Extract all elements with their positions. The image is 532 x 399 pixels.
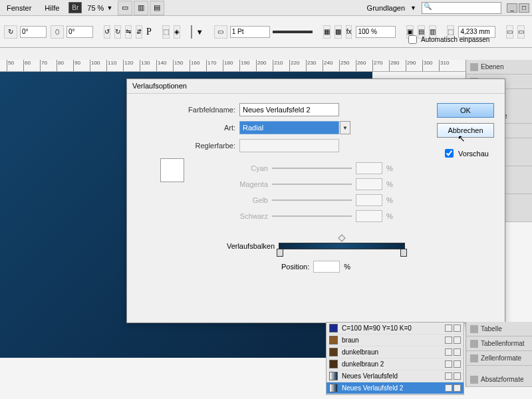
bridge-badge[interactable]: Br xyxy=(68,2,82,13)
rotation-2[interactable] xyxy=(66,26,93,38)
auto-fit-checkbox[interactable] xyxy=(408,35,417,44)
control-toolbar: ↻ ⬯ ↺ ↻ ⇋ ⇵ P ⬚ ◈ ▼ ▭ ▦ ▩ fx ▣ ▤ ▥ ⬚ ▭ ▭… xyxy=(0,16,532,48)
select-art[interactable]: Radial ▼ xyxy=(239,121,339,134)
ruler-tick: 90 xyxy=(73,60,80,72)
fx-icon-1[interactable]: ▦ xyxy=(323,25,331,39)
preview-checkbox[interactable] xyxy=(445,149,454,158)
swatch-row[interactable]: dunkelbraun xyxy=(327,346,464,358)
ok-button[interactable]: OK xyxy=(437,103,494,118)
flip-v-icon[interactable]: ⇵ xyxy=(136,25,142,39)
slider-magenta[interactable] xyxy=(272,184,352,185)
stroke-weight[interactable] xyxy=(230,26,270,38)
swatch-name: Neues Verlaufsfeld 2 xyxy=(342,384,403,392)
swatch-row[interactable]: braun xyxy=(327,334,464,346)
chevron-down-icon[interactable]: ▼ xyxy=(340,121,350,134)
panel-tabelle[interactable]: Tabelle xyxy=(466,322,532,336)
flip-h-icon[interactable]: ⇋ xyxy=(125,25,132,39)
ruler-tick: 240 xyxy=(323,60,332,72)
shear-icon[interactable]: ⬯ xyxy=(51,25,64,39)
select-content-icon[interactable]: ◈ xyxy=(174,25,180,39)
ruler-tick: 120 xyxy=(123,60,133,72)
ruler-tick: 100 xyxy=(90,60,100,72)
rotate-icon[interactable]: ↻ xyxy=(4,25,17,39)
gradient-stop-left[interactable] xyxy=(277,249,283,257)
stop-color-preview[interactable] xyxy=(160,158,184,182)
fill-swatch[interactable] xyxy=(191,25,192,39)
ruler-tick: 200 xyxy=(256,60,266,72)
menu-fenster[interactable]: Fenster xyxy=(3,3,35,13)
swatch-type-icon xyxy=(445,372,452,380)
swatch-row[interactable]: C=100 M=90 Y=10 K=0 xyxy=(327,323,464,334)
swatch-color xyxy=(329,360,338,368)
label-verlaufsbalken: Verlaufsbalken xyxy=(227,242,275,250)
input-farbfeldname[interactable] xyxy=(239,103,339,116)
value-magenta[interactable] xyxy=(356,178,382,190)
swatch-row[interactable]: Neues Verlaufsfeld 2 xyxy=(327,382,464,394)
label-reglerfarbe: Reglerfarbe: xyxy=(136,142,239,150)
align-icon-1[interactable]: ▭ xyxy=(506,25,513,39)
stroke-icon[interactable]: ▭ xyxy=(214,25,227,39)
swatch-mode-icon xyxy=(454,372,461,380)
value-cyan[interactable] xyxy=(356,162,382,174)
slider-schwarz[interactable] xyxy=(272,215,352,217)
swatch-type-icon xyxy=(445,336,452,344)
view-icon-1[interactable]: ▭ xyxy=(118,1,132,15)
menubar: Fenster Hilfe Br 75 %▼ ▭ ▥ ▤ Grundlagen▼… xyxy=(0,0,532,16)
swatch-color xyxy=(329,336,338,344)
minimize-button[interactable]: _ xyxy=(507,3,517,13)
view-icon-3[interactable]: ▤ xyxy=(150,1,164,15)
panel-ebenen[interactable]: Ebenen xyxy=(466,60,532,74)
swatch-row[interactable]: Neues Verlaufsfeld xyxy=(327,370,464,382)
swatch-color xyxy=(329,372,338,380)
swatch-mode-icon xyxy=(454,348,461,356)
rotation-1[interactable] xyxy=(20,26,47,38)
select-reglerfarbe[interactable] xyxy=(239,139,339,152)
label-magenta: Magenta xyxy=(229,180,268,188)
panel-tabellenformat[interactable]: Tabellenformat xyxy=(466,336,532,351)
cmyk-sliders: Cyan% Magenta% Gelb% Schwarz% xyxy=(229,162,393,226)
workspace-label[interactable]: Grundlagen xyxy=(367,4,406,12)
zoom-control[interactable]: 75 %▼ xyxy=(87,4,112,12)
gradient-midpoint[interactable] xyxy=(338,234,345,241)
ruler-tick: 140 xyxy=(156,60,166,72)
ruler-tick: 60 xyxy=(23,60,31,72)
maximize-button[interactable]: □ xyxy=(519,3,529,13)
ruler-tick: 150 xyxy=(173,60,183,72)
label-gelb: Gelb xyxy=(229,196,268,204)
rotate-ccw-icon[interactable]: ↺ xyxy=(104,25,110,39)
swatch-name: braun xyxy=(342,336,359,344)
panel-absatzformate[interactable]: Absatzformate xyxy=(466,372,532,387)
label-art: Art: xyxy=(136,124,239,132)
ruler-tick: 190 xyxy=(239,60,249,72)
swatch-type-icon xyxy=(445,384,452,392)
ruler-tick: 310 xyxy=(439,60,449,72)
view-icon-2[interactable]: ▥ xyxy=(134,1,148,15)
rotate-cw-icon[interactable]: ↻ xyxy=(114,25,121,39)
input-position[interactable] xyxy=(313,261,340,273)
swatch-mode-icon xyxy=(454,384,461,392)
swatch-mode-icon xyxy=(454,360,461,368)
panel-zellenformate[interactable]: Zellenformate xyxy=(466,351,532,366)
ruler-tick: 70 xyxy=(40,60,47,72)
cancel-button[interactable]: Abbrechen xyxy=(437,123,494,138)
swatch-type-icon xyxy=(445,360,452,368)
select-container-icon[interactable]: ⬚ xyxy=(162,25,170,39)
auto-fit-label: Automatisch einpassen xyxy=(421,36,489,43)
gradient-ramp[interactable] xyxy=(279,243,405,249)
search-input[interactable] xyxy=(422,2,501,14)
menu-hilfe[interactable]: Hilfe xyxy=(41,3,63,13)
align-icon-2[interactable]: ▭ xyxy=(517,25,525,39)
value-gelb[interactable] xyxy=(356,194,382,206)
gradient-options-dialog: Verlaufsoptionen Farbfeldname: Art: Radi… xyxy=(126,78,505,323)
fx-icon-2[interactable]: ▩ xyxy=(334,25,342,39)
opacity[interactable] xyxy=(356,26,396,38)
fx-icon-3[interactable]: fx xyxy=(346,25,352,39)
gradient-stop-right[interactable] xyxy=(400,249,407,257)
swatch-row[interactable]: dunkelbraun 2 xyxy=(327,358,464,370)
ruler-tick: 130 xyxy=(140,60,150,72)
slider-cyan[interactable] xyxy=(272,168,352,169)
swatch-type-icon xyxy=(445,348,452,356)
value-schwarz[interactable] xyxy=(356,210,382,222)
slider-gelb[interactable] xyxy=(272,200,352,201)
right-panels-bottom: Tabelle Tabellenformat Zellenformate Abs… xyxy=(466,322,532,387)
